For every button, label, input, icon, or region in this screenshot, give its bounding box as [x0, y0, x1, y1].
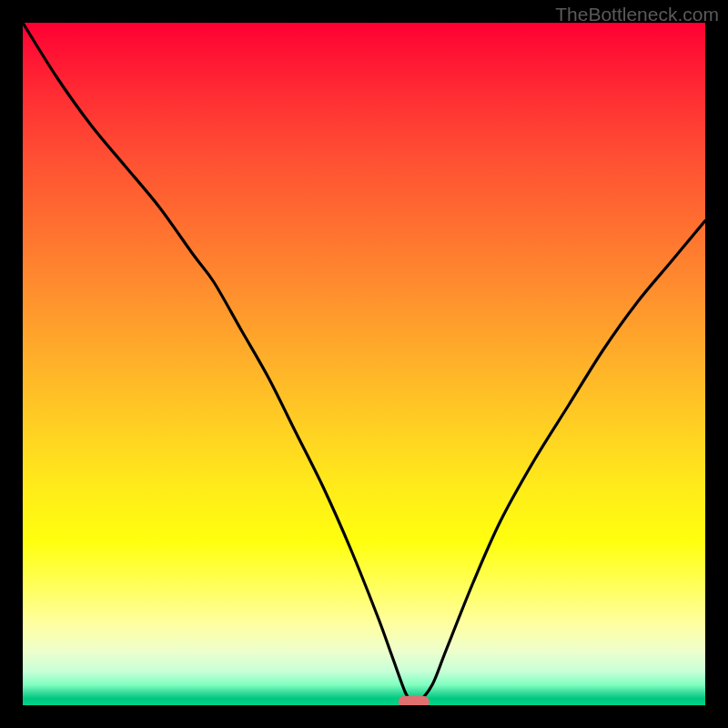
- svg-rect-0: [399, 696, 430, 705]
- bottleneck-curve: [23, 23, 705, 703]
- chart-svg: [23, 23, 705, 705]
- marker-pill: [399, 696, 430, 705]
- plot-area: [23, 23, 705, 705]
- chart-container: TheBottleneck.com: [0, 0, 728, 728]
- watermark-text: TheBottleneck.com: [555, 4, 719, 25]
